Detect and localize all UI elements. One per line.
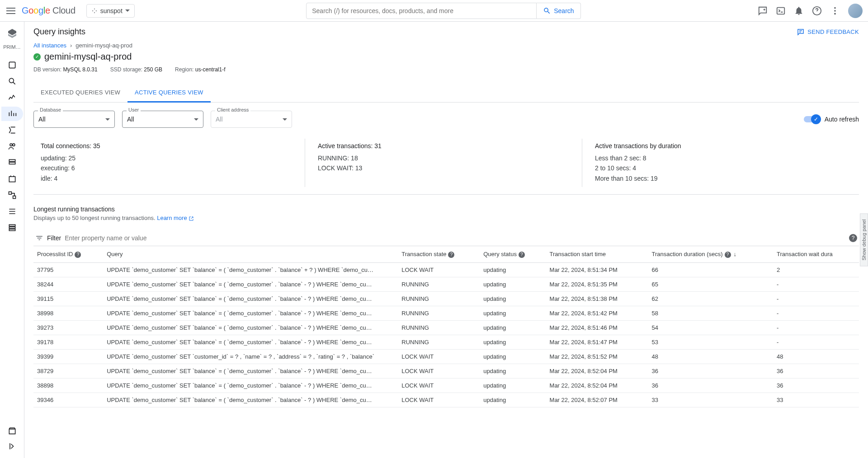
- help-icon[interactable]: [812, 6, 822, 16]
- cell-id: 38244: [33, 277, 103, 291]
- gemini-icon[interactable]: [758, 6, 768, 16]
- client-address-select[interactable]: Client address All: [211, 111, 292, 128]
- cell-query: UPDATE `demo_customer` SET `balance` = (…: [103, 364, 398, 378]
- svg-rect-10: [9, 162, 15, 164]
- tab-active-queries[interactable]: ACTIVE QUERIES VIEW: [127, 84, 211, 103]
- filter-input[interactable]: [65, 234, 845, 242]
- user-label: User: [127, 107, 141, 112]
- col-query[interactable]: Query: [103, 246, 398, 262]
- menu-icon[interactable]: [5, 5, 16, 16]
- table-row[interactable]: 37795UPDATE `demo_customer` SET `balance…: [33, 262, 859, 277]
- breadcrumb-current: gemini-mysql-aq-prod: [75, 42, 132, 49]
- cell-duration: 54: [648, 320, 774, 335]
- cell-id: 37795: [33, 262, 103, 277]
- help-icon[interactable]: ?: [448, 252, 454, 258]
- tab-executed-queries[interactable]: EXECUTED QUERIES VIEW: [33, 84, 127, 102]
- sidenav-item-expand[interactable]: [1, 439, 23, 453]
- learn-more-link[interactable]: Learn more: [157, 215, 194, 221]
- col-processlist-id[interactable]: Processlist ID?: [33, 246, 103, 262]
- cell-status: updating: [480, 378, 546, 393]
- sidenav-item-insights[interactable]: [1, 107, 23, 121]
- sidenav-item-operations[interactable]: [1, 204, 23, 219]
- cell-status: updating: [480, 335, 546, 349]
- cell-wait: -: [773, 335, 859, 349]
- cell-wait: -: [773, 277, 859, 291]
- notifications-icon[interactable]: [794, 6, 804, 16]
- project-name: sunspot: [100, 7, 123, 14]
- col-duration[interactable]: Transaction duration (secs)?↓: [648, 246, 774, 262]
- feedback-label: SEND FEEDBACK: [807, 28, 859, 35]
- table-row[interactable]: 38998UPDATE `demo_customer` SET `balance…: [33, 306, 859, 320]
- database-select[interactable]: Database All: [33, 111, 115, 128]
- table-row[interactable]: 39178UPDATE `demo_customer` SET `balance…: [33, 335, 859, 349]
- cell-status: updating: [480, 306, 546, 320]
- cell-id: 38898: [33, 378, 103, 393]
- col-transaction-state[interactable]: Transaction state?: [398, 246, 480, 262]
- col-query-status[interactable]: Query status?: [480, 246, 546, 262]
- cell-wait: -: [773, 306, 859, 320]
- sidenav-item-marketplace[interactable]: [1, 424, 23, 438]
- search-input[interactable]: [306, 3, 537, 19]
- cell-start: Mar 22, 2024, 8:51:34 PM: [546, 262, 648, 277]
- cell-duration: 33: [648, 393, 774, 407]
- col-wait[interactable]: Transaction wait dura: [773, 246, 859, 262]
- more-icon[interactable]: [830, 6, 840, 16]
- table-header-row: Processlist ID? Query Transaction state?…: [33, 246, 859, 262]
- table-row[interactable]: 38729UPDATE `demo_customer` SET `balance…: [33, 364, 859, 378]
- show-debug-panel[interactable]: Show debug panel: [860, 213, 868, 266]
- sidenav: PRIM…: [0, 22, 24, 458]
- topbar: Google Cloud sunspot Search: [0, 0, 868, 22]
- cell-state: RUNNING: [398, 277, 480, 291]
- cell-state: LOCK WAIT: [398, 364, 480, 378]
- main: Query insights SEND FEEDBACK All instanc…: [24, 22, 868, 458]
- database-label: Database: [38, 107, 63, 112]
- help-icon[interactable]: ?: [75, 252, 81, 258]
- instance-name: gemini-mysql-aq-prod: [44, 51, 132, 62]
- cell-duration: 65: [648, 277, 774, 291]
- cloud-sql-icon[interactable]: [7, 28, 18, 39]
- sidenav-item-databases[interactable]: [1, 155, 23, 170]
- svg-point-3: [834, 10, 836, 12]
- table-row[interactable]: 39346UPDATE `demo_customer` SET `balance…: [33, 393, 859, 407]
- sidenav-item-connections[interactable]: [1, 123, 23, 137]
- search-button[interactable]: Search: [537, 3, 580, 19]
- auto-refresh-toggle[interactable]: [804, 116, 820, 122]
- cell-query: UPDATE `demo_customer` SET `balance` = (…: [103, 320, 398, 335]
- send-feedback-button[interactable]: SEND FEEDBACK: [797, 28, 859, 36]
- google-cloud-logo[interactable]: Google Cloud: [22, 5, 75, 16]
- sidenav-item-users[interactable]: [1, 139, 23, 154]
- cloud-shell-icon[interactable]: [776, 6, 786, 16]
- section-title: Longest running transactions: [33, 206, 859, 213]
- col-start-time[interactable]: Transaction start time: [546, 246, 648, 262]
- chevron-right-icon: ›: [70, 42, 72, 49]
- cell-status: updating: [480, 262, 546, 277]
- cell-id: 39346: [33, 393, 103, 407]
- cell-query: UPDATE `demo_customer` SET `customer_id`…: [103, 349, 398, 364]
- avatar[interactable]: [848, 4, 863, 18]
- chevron-down-icon: [125, 9, 130, 12]
- cell-status: updating: [480, 393, 546, 407]
- table-row[interactable]: 39273UPDATE `demo_customer` SET `balance…: [33, 320, 859, 335]
- table-row[interactable]: 39115UPDATE `demo_customer` SET `balance…: [33, 291, 859, 306]
- cell-duration: 36: [648, 378, 774, 393]
- help-icon[interactable]: ?: [849, 234, 857, 242]
- help-icon[interactable]: ?: [519, 252, 525, 258]
- table-row[interactable]: 39399UPDATE `demo_customer` SET `custome…: [33, 349, 859, 364]
- sidenav-item-replicas[interactable]: [1, 188, 23, 202]
- transactions-table: Processlist ID? Query Transaction state?…: [33, 246, 859, 407]
- sidenav-item-import[interactable]: [1, 220, 23, 235]
- external-link-icon: [189, 216, 194, 221]
- sidenav-item-query[interactable]: [1, 74, 23, 89]
- sidenav-item-overview[interactable]: [1, 58, 23, 72]
- table-row[interactable]: 38244UPDATE `demo_customer` SET `balance…: [33, 277, 859, 291]
- user-select[interactable]: User All: [122, 111, 203, 128]
- sidenav-item-monitoring[interactable]: [1, 90, 23, 105]
- sidenav-item-backups[interactable]: [1, 172, 23, 186]
- cell-wait: 48: [773, 349, 859, 364]
- cell-state: LOCK WAIT: [398, 349, 480, 364]
- help-icon[interactable]: ?: [725, 252, 731, 258]
- table-row[interactable]: 38898UPDATE `demo_customer` SET `balance…: [33, 378, 859, 393]
- cell-wait: 36: [773, 364, 859, 378]
- project-selector[interactable]: sunspot: [86, 4, 135, 18]
- breadcrumb-root[interactable]: All instances: [33, 42, 66, 49]
